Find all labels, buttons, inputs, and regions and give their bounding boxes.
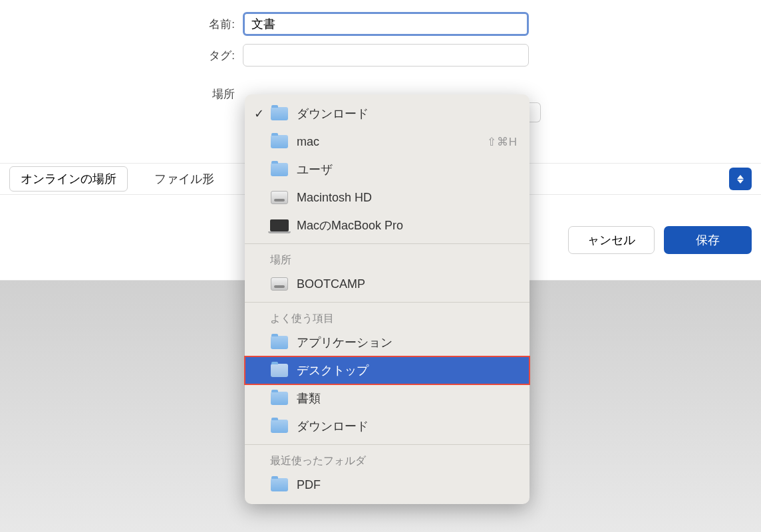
action-buttons: ャンセル 保存 — [568, 226, 752, 254]
location-select-edge[interactable] — [529, 102, 541, 122]
save-button[interactable]: 保存 — [664, 226, 752, 254]
name-label: 名前: — [0, 17, 243, 32]
menu-divider — [245, 302, 530, 303]
menu-item-label: デスクトップ — [297, 362, 369, 378]
file-format-label: ファイル形 — [154, 171, 214, 187]
menu-item-label: アプリケーション — [297, 334, 392, 350]
laptop-icon — [270, 218, 289, 233]
menu-item[interactable]: Macintosh HD — [245, 184, 530, 211]
menu-divider — [245, 243, 530, 244]
name-input[interactable] — [243, 12, 529, 36]
folder-icon — [270, 391, 289, 406]
name-row: 名前: — [0, 12, 761, 36]
menu-item-label: 書類 — [297, 390, 321, 406]
menu-item[interactable]: mac⇧⌘H — [245, 128, 530, 156]
online-locations-button[interactable]: オンラインの場所 — [9, 166, 128, 192]
folder-icon — [270, 477, 289, 492]
menu-item[interactable]: デスクトップ — [245, 356, 530, 384]
cancel-button[interactable]: ャンセル — [568, 226, 655, 254]
disk-icon — [270, 190, 289, 205]
disk-icon — [270, 277, 289, 291]
menu-item-label: mac — [297, 135, 319, 149]
menu-item-label: BOOTCAMP — [297, 277, 365, 291]
menu-item[interactable]: 書類 — [245, 384, 530, 412]
folder-icon — [270, 106, 289, 121]
section-favorites: よく使う項目 — [245, 307, 530, 329]
location-label: 場所 — [0, 86, 243, 102]
menu-item[interactable]: アプリケーション — [245, 329, 530, 356]
menu-item-label: ユーザ — [297, 162, 333, 178]
menu-item[interactable]: BOOTCAMP — [245, 270, 530, 298]
menu-divider — [245, 444, 530, 445]
folder-icon — [270, 134, 289, 149]
folder-icon — [270, 162, 289, 177]
folder-icon — [270, 335, 289, 350]
menu-item-label: PDF — [297, 478, 321, 492]
folder-icon — [270, 363, 289, 378]
tags-row: タグ: — [0, 44, 761, 66]
menu-item-label: Macintosh HD — [297, 191, 372, 205]
menu-item[interactable]: PDF — [245, 471, 530, 499]
menu-item[interactable]: ユーザ — [245, 156, 530, 184]
section-places: 場所 — [245, 248, 530, 270]
menu-item[interactable]: ダウンロード — [245, 412, 530, 440]
menu-item-label: ダウンロード — [297, 418, 369, 434]
menu-item-label: ダウンロード — [297, 106, 369, 122]
tags-label: タグ: — [0, 48, 243, 63]
checkmark-icon: ✓ — [254, 106, 270, 121]
folder-icon — [270, 419, 289, 434]
menu-item[interactable]: ✓ダウンロード — [245, 100, 530, 128]
menu-item[interactable]: MacのMacBook Pro — [245, 211, 530, 239]
section-recent: 最近使ったフォルダ — [245, 449, 530, 471]
location-dropdown: ✓ダウンロードmac⇧⌘HユーザMacintosh HDMacのMacBook … — [245, 94, 530, 504]
menu-item-label: MacのMacBook Pro — [297, 217, 403, 233]
tags-input[interactable] — [243, 44, 529, 66]
shortcut-label: ⇧⌘H — [487, 135, 518, 149]
file-format-stepper[interactable] — [729, 168, 752, 190]
